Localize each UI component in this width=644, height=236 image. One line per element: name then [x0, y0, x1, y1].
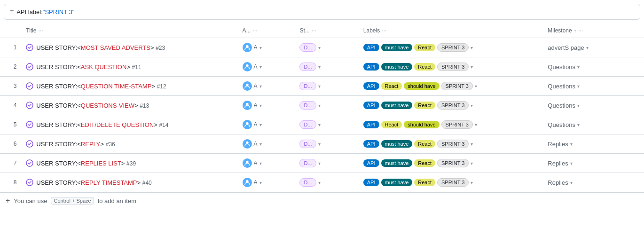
milestone-dropdown[interactable]: ▾ [586, 45, 589, 50]
svg-point-1 [246, 45, 248, 47]
issue-title[interactable]: USER STORY:<MOST SAVED ADVERTS> #23 [36, 44, 165, 51]
labels-dropdown[interactable]: ▾ [471, 64, 473, 70]
assignee-dropdown[interactable]: ▾ [259, 103, 262, 108]
assignee-dropdown[interactable]: ▾ [259, 161, 262, 166]
label-badge[interactable]: API [363, 179, 379, 186]
assignee-col-menu[interactable]: ··· [253, 27, 258, 34]
milestone-dropdown[interactable]: ▾ [570, 161, 573, 166]
labels-dropdown[interactable]: ▾ [471, 45, 473, 50]
issue-title[interactable]: USER STORY:<ASK QUESTION> #11 [36, 63, 141, 71]
label-badge[interactable]: API [363, 121, 379, 128]
title-highlight: QUESTIONS-VIEW [81, 102, 134, 109]
row-number: 4 [0, 96, 20, 115]
assignee-dropdown[interactable]: ▾ [259, 142, 262, 147]
filter-bar: ≡ API label:"SPRINT 3" [4, 4, 640, 20]
label-badge[interactable]: React [414, 179, 435, 186]
issue-title[interactable]: USER STORY:<REPLY TIMESTAMP> #40 [36, 179, 151, 186]
issue-number: #40 [142, 180, 152, 186]
label-badge[interactable]: SPRINT 3 [437, 140, 469, 148]
milestone-col-menu[interactable]: ··· [578, 27, 583, 34]
label-badge[interactable]: must have [381, 63, 413, 71]
issue-title[interactable]: USER STORY:<REPLY> #36 [36, 141, 115, 148]
add-item-button[interactable]: + [6, 197, 10, 205]
label-badge[interactable]: React [381, 82, 402, 90]
assignee-dropdown[interactable]: ▾ [259, 122, 262, 127]
milestone-dropdown[interactable]: ▾ [577, 103, 580, 108]
status-dropdown[interactable]: ▾ [318, 64, 321, 70]
status-dropdown[interactable]: ▾ [318, 84, 321, 89]
label-badge[interactable]: React [381, 121, 402, 128]
milestone-dropdown[interactable]: ▾ [570, 142, 573, 147]
issue-title[interactable]: USER STORY:<QUESTION TIME-STAMP> #12 [36, 83, 166, 90]
assignee-dropdown[interactable]: ▾ [259, 64, 262, 70]
assignee-dropdown[interactable]: ▾ [259, 45, 262, 50]
label-badge[interactable]: API [363, 63, 379, 71]
status-col-menu[interactable]: ··· [312, 27, 316, 34]
status-dropdown[interactable]: ▾ [318, 103, 321, 108]
milestone-cell: Replies ▾ [542, 173, 644, 192]
labels-col-menu[interactable]: ··· [382, 27, 386, 34]
avatar [243, 81, 252, 91]
label-badge[interactable]: API [363, 82, 379, 90]
label-badge[interactable]: must have [381, 102, 413, 109]
milestone-dropdown[interactable]: ▾ [570, 180, 573, 185]
issue-number: #13 [140, 102, 149, 109]
milestone-dropdown[interactable]: ▾ [577, 122, 580, 127]
label-badge[interactable]: should have [404, 121, 439, 128]
labels-dropdown[interactable]: ▾ [475, 84, 477, 89]
issue-title[interactable]: USER STORY:<QUESTIONS-VIEW> #13 [36, 102, 149, 109]
issue-number: #14 [159, 122, 168, 128]
label-badge[interactable]: API [363, 140, 379, 148]
milestone-dropdown[interactable]: ▾ [577, 64, 580, 70]
issue-title[interactable]: USER STORY:<REPLIES LIST> #39 [36, 160, 136, 167]
status-dropdown[interactable]: ▾ [318, 180, 321, 185]
status-dropdown[interactable]: ▾ [318, 122, 321, 127]
issue-number: #11 [132, 64, 141, 71]
label-badge[interactable]: API [363, 44, 379, 51]
label-badge[interactable]: SPRINT 3 [437, 178, 469, 187]
avatar [243, 120, 252, 129]
status-dropdown[interactable]: ▾ [318, 161, 321, 166]
status-dropdown[interactable]: ▾ [318, 142, 321, 147]
label-badge[interactable]: SPRINT 3 [437, 63, 469, 71]
issue-title[interactable]: USER STORY:<EDIT/DELETE QUESTION> #14 [36, 121, 168, 128]
milestone-cell: Questions ▾ [542, 77, 644, 96]
label-badge[interactable]: SPRINT 3 [437, 43, 469, 52]
label-badge[interactable]: SPRINT 3 [441, 120, 473, 129]
labels-dropdown[interactable]: ▾ [471, 103, 473, 108]
labels-cell: APImust haveReactSPRINT 3▾ [358, 134, 542, 154]
row-number: 3 [0, 77, 20, 96]
col-assignee-header: A... ··· [237, 24, 294, 38]
assignee-dropdown[interactable]: ▾ [259, 84, 262, 89]
label-badge[interactable]: must have [381, 159, 413, 167]
assignee-label: A [254, 102, 258, 109]
check-circle-icon [26, 102, 33, 109]
label-badge[interactable]: API [363, 102, 379, 109]
labels-dropdown[interactable]: ▾ [471, 142, 473, 147]
label-badge[interactable]: React [414, 102, 435, 109]
label-badge[interactable]: React [414, 63, 435, 71]
label-badge[interactable]: should have [404, 82, 439, 90]
label-badge[interactable]: SPRINT 3 [437, 101, 469, 110]
milestone-cell: Questions ▾ [542, 96, 644, 115]
label-badge[interactable]: React [414, 140, 435, 148]
label-badge[interactable]: React [414, 44, 435, 51]
label-badge[interactable]: must have [381, 44, 413, 51]
title-col-menu[interactable]: ··· [39, 27, 43, 34]
label-badge[interactable]: must have [381, 140, 413, 148]
svg-point-11 [246, 142, 248, 144]
label-badge[interactable]: SPRINT 3 [437, 159, 469, 167]
labels-dropdown[interactable]: ▾ [471, 180, 473, 185]
labels-dropdown[interactable]: ▾ [471, 161, 473, 166]
label-badge[interactable]: must have [381, 179, 413, 186]
label-badge[interactable]: SPRINT 3 [441, 82, 473, 90]
milestone-dropdown[interactable]: ▾ [577, 84, 580, 89]
title-cell: USER STORY:<REPLIES LIST> #39 [20, 154, 236, 173]
label-badge[interactable]: API [363, 159, 379, 167]
label-badge[interactable]: React [414, 159, 435, 167]
check-circle-icon [26, 140, 33, 148]
milestone-value: Replies [548, 160, 568, 167]
status-dropdown[interactable]: ▾ [318, 45, 321, 50]
labels-dropdown[interactable]: ▾ [475, 122, 477, 127]
assignee-dropdown[interactable]: ▾ [259, 180, 262, 185]
